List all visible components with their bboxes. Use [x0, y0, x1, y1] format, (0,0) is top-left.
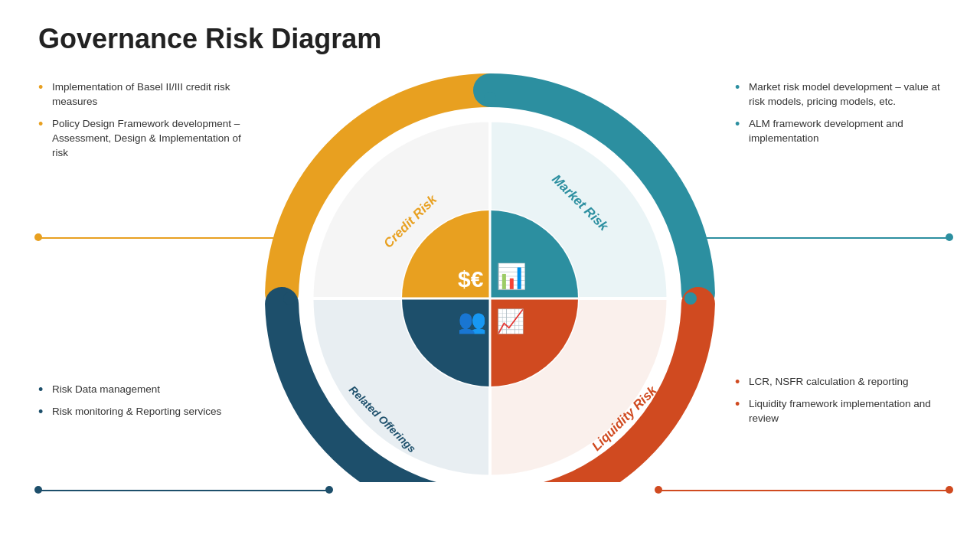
svg-point-16 [283, 292, 296, 305]
svg-text:👥: 👥 [458, 308, 487, 335]
dot-credit-left [34, 233, 42, 241]
credit-bullet-2: Policy Design Framework development – As… [38, 117, 253, 161]
credit-bullet-list: Implementation of Basel II/III credit ri… [38, 80, 253, 160]
liquidity-risk-bullets: LCR, NSFR calculation & reporting Liquid… [735, 375, 949, 434]
liquidity-bullet-2: Liquidity framework implementation and r… [735, 397, 949, 426]
svg-point-14 [684, 292, 697, 305]
governance-diagram: $€ 📊 👥 📈 Credit Risk Market Risk Related… [260, 69, 720, 482]
market-bullet-2: ALM framework development and implementa… [735, 117, 949, 146]
credit-risk-bullets: Implementation of Basel II/III credit ri… [38, 80, 253, 168]
related-offerings-bullets: Risk Data management Risk monitoring & R… [38, 383, 253, 427]
dot-market-right [946, 233, 953, 241]
connector-line-related [38, 490, 329, 491]
svg-text:📊: 📊 [496, 262, 527, 291]
page-title: Governance Risk Diagram [38, 23, 381, 55]
dot-related-right [325, 486, 333, 494]
related-bullet-1: Risk Data management [38, 383, 253, 397]
dot-related-left [34, 486, 42, 494]
liquidity-bullet-list: LCR, NSFR calculation & reporting Liquid… [735, 375, 949, 426]
liquidity-bullet-1: LCR, NSFR calculation & reporting [735, 375, 949, 390]
svg-point-13 [484, 92, 496, 104]
related-bullet-list: Risk Data management Risk monitoring & R… [38, 383, 253, 419]
svg-text:📈: 📈 [496, 308, 525, 335]
market-risk-bullets: Market risk model development – value at… [735, 80, 949, 154]
related-bullet-2: Risk monitoring & Reporting services [38, 405, 253, 419]
svg-text:$€: $€ [458, 266, 484, 292]
market-bullet-1: Market risk model development – value at… [735, 80, 949, 109]
market-bullet-list: Market risk model development – value at… [735, 80, 949, 146]
connector-line-liquidity [658, 490, 949, 491]
credit-bullet-1: Implementation of Basel II/III credit ri… [38, 80, 253, 109]
dot-liquidity-left [655, 486, 662, 494]
dot-liquidity-right [946, 486, 953, 494]
